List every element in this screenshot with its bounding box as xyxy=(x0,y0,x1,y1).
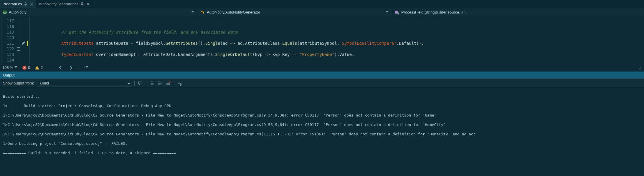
separator xyxy=(146,81,146,86)
code-token: AttributeData xyxy=(61,41,94,46)
output-source-dropdown[interactable]: Build xyxy=(37,80,131,87)
code-editor[interactable]: 117 118 119 120 121 122 123 124 − // get… xyxy=(0,16,644,64)
separator xyxy=(134,81,135,86)
separator xyxy=(174,81,174,86)
marker-gutter: − xyxy=(16,16,28,64)
code-token: SingleOrDefault xyxy=(215,52,252,57)
output-line: 1>C:\Users\mjc82\Documents\GitHub\Blog\C… xyxy=(3,132,641,137)
separator xyxy=(78,65,78,70)
tab-program-cs[interactable]: Program.cs xyxy=(0,0,36,8)
nav-class-text: AutoNotify.AutoNotifyGenerator xyxy=(207,10,260,14)
panel-title-text: Output xyxy=(3,73,14,77)
indent-left-icon[interactable] xyxy=(149,81,154,86)
warning-count[interactable]: 2 xyxy=(35,65,43,70)
indent-right-icon[interactable] xyxy=(157,81,163,86)
output-line: Build started... xyxy=(3,94,641,99)
code-token: GetAttributes xyxy=(166,41,198,46)
code-token: attributeData = fieldSymbol. xyxy=(94,41,166,46)
line-number: 124 xyxy=(0,57,14,63)
code-token: // get the AutoNotify attribute from the… xyxy=(61,30,237,34)
tab-label: Program.cs xyxy=(2,2,22,6)
svg-text:C#: C# xyxy=(3,11,7,14)
output-line: 1>C:\Users\mjc82\Documents\GitHub\Blog\C… xyxy=(3,122,641,127)
error-count[interactable]: 0 xyxy=(22,65,30,70)
editor-status-bar: 103 % 0 2 xyxy=(0,64,644,71)
code-token: "PropertyName" xyxy=(300,52,334,57)
nav-member-dropdown[interactable]: ProcessField(StringBuilder source, IFi xyxy=(392,8,644,16)
class-icon xyxy=(200,10,205,15)
line-number: 123 xyxy=(0,52,14,57)
line-number-gutter: 117 118 119 120 121 122 123 124 xyxy=(0,16,16,64)
code-token: Single xyxy=(205,41,220,46)
code-token: (). xyxy=(198,41,205,46)
code-token: SymbolEqualityComparer xyxy=(342,41,396,46)
clear-all-icon[interactable] xyxy=(166,81,171,86)
brush-icon[interactable] xyxy=(83,65,88,70)
output-line: 1>Done building project "ConsoleApp.cspr… xyxy=(3,141,641,146)
pin-icon[interactable] xyxy=(80,2,84,6)
line-number: 121 xyxy=(0,41,14,46)
nav-class-dropdown[interactable]: AutoNotify.AutoNotifyGenerator xyxy=(198,8,392,16)
chevron-down-icon[interactable] xyxy=(386,10,390,14)
svg-rect-8 xyxy=(37,67,37,68)
chevron-down-icon[interactable] xyxy=(191,10,195,14)
svg-rect-2 xyxy=(201,11,202,12)
nav-scope-text: AutoNotify xyxy=(9,10,27,14)
error-icon xyxy=(22,65,27,70)
tab-autonotifygenerator-cs[interactable]: AutoNotifyGenerator.cs xyxy=(36,0,93,8)
code-token: (ad => ad.AttributeClass. xyxy=(220,41,282,46)
line-number: 120 xyxy=(0,35,14,41)
tab-label: AutoNotifyGenerator.cs xyxy=(39,2,78,6)
nav-member-text: ProcessField(StringBuilder source, IFi xyxy=(401,10,465,14)
error-number: 0 xyxy=(28,65,30,70)
code-token: ).Value; xyxy=(334,52,354,57)
csharp-file-icon: C# xyxy=(2,10,7,15)
code-token: TypedConstant xyxy=(61,52,94,57)
svg-rect-6 xyxy=(398,13,399,14)
svg-rect-10 xyxy=(138,82,141,84)
line-number: 119 xyxy=(0,29,14,35)
code-token: .Default)); xyxy=(397,41,424,46)
document-tabstrip: Program.cs AutoNotifyGenerator.cs xyxy=(0,0,644,8)
close-icon[interactable] xyxy=(29,2,34,6)
navigation-bar: C# AutoNotify AutoNotify.AutoNotifyGener… xyxy=(0,8,644,16)
change-indicator xyxy=(27,41,28,46)
output-panel-title[interactable]: Output xyxy=(0,71,644,79)
code-token: (kvp => kvp.Key == xyxy=(252,52,300,57)
code-token: overridenNameOpt = attributeData.NamedAr… xyxy=(94,52,215,57)
warning-icon xyxy=(35,65,39,70)
svg-rect-9 xyxy=(37,69,37,69)
output-line: 1>------ Build started: Project: Console… xyxy=(3,104,641,108)
chevron-down-icon[interactable] xyxy=(14,66,17,69)
output-line: ========== Build: 0 succeeded, 1 failed,… xyxy=(3,151,641,155)
line-number: 118 xyxy=(0,24,14,29)
close-icon[interactable] xyxy=(86,2,90,6)
output-panel-toolbar: Show output from: Build xyxy=(0,79,644,88)
scroll-left-icon[interactable] xyxy=(639,66,642,69)
output-line: 1>C:\Users\mjc82\Documents\GitHub\Blog\C… xyxy=(3,113,641,118)
output-caret xyxy=(3,160,3,164)
pin-icon[interactable] xyxy=(24,2,28,6)
output-text[interactable]: Build started... 1>------ Build started:… xyxy=(0,88,644,167)
zoom-dropdown[interactable]: 103 % xyxy=(2,65,17,70)
nav-scope-dropdown[interactable]: C# AutoNotify xyxy=(0,8,198,16)
nav-forward-button[interactable] xyxy=(68,65,73,70)
zoom-value: 103 % xyxy=(2,65,13,70)
show-output-label: Show output from: xyxy=(3,81,34,85)
word-wrap-icon[interactable] xyxy=(177,81,182,86)
method-private-icon xyxy=(395,10,399,15)
nav-back-button[interactable] xyxy=(58,65,63,70)
code-area[interactable]: // get the AutoNotify attribute from the… xyxy=(28,16,644,64)
find-message-icon[interactable] xyxy=(138,81,143,86)
code-token: Equals xyxy=(282,41,297,46)
warning-number: 2 xyxy=(41,65,43,70)
line-number: 117 xyxy=(0,18,14,24)
edit-pencil-icon xyxy=(21,41,26,46)
line-number: 122 xyxy=(0,46,14,52)
code-token: (attributeSymbol, xyxy=(297,41,342,46)
